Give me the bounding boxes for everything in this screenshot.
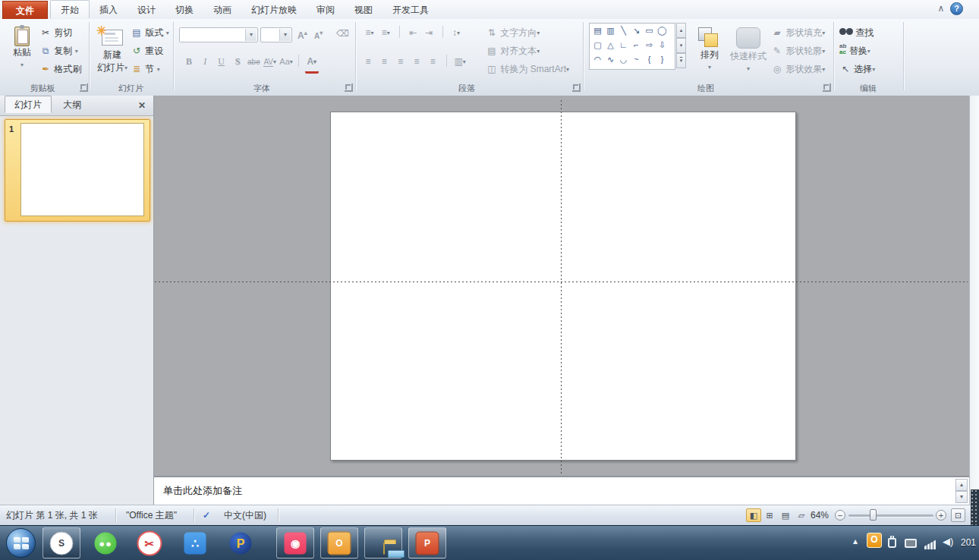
notes-scroll-up-icon[interactable]: ▴ (955, 479, 968, 491)
columns-button[interactable]: ▥▾ (453, 54, 467, 69)
layout-button[interactable]: ▤ 版式 ▾ (131, 24, 169, 41)
tab-outline-pane[interactable]: 大纲 (54, 96, 90, 114)
font-name-combobox[interactable]: ▾ (179, 27, 258, 42)
shapes-gallery[interactable]: ▤▥╲↘▭◯ ▢△∟⌐⇨⇩ ◠∿◡~{} (589, 23, 675, 70)
numbering-button[interactable]: ≡▾ (379, 25, 392, 40)
chevron-down-icon[interactable]: ▾ (245, 29, 257, 41)
editing-area[interactable] (154, 96, 969, 476)
new-slide-button[interactable]: ✳ 新建 幻灯片▾ (94, 23, 131, 83)
bold-button[interactable]: B (182, 54, 196, 69)
text-direction-button[interactable]: ⇅ 文字方向▾ (486, 24, 540, 41)
language-status[interactable]: 中文(中国) (224, 505, 266, 525)
clear-formatting-button[interactable]: ⌫ (336, 25, 348, 42)
shape-line-icon[interactable]: ╲ (617, 24, 630, 38)
taskbar-pptv-button[interactable]: P (222, 527, 260, 558)
shape-triangle-icon[interactable]: △ (604, 38, 617, 52)
normal-view-button[interactable]: ◧ (746, 508, 761, 522)
slide-thumbnail[interactable] (20, 123, 144, 216)
slide-thumbnail-selected[interactable]: 1 (5, 119, 150, 222)
help-icon[interactable]: ? (950, 2, 963, 15)
align-center-button[interactable]: ≡ (377, 54, 391, 69)
tab-animations[interactable]: 动画 (203, 1, 241, 19)
tab-slideshow[interactable]: 幻灯片放映 (241, 1, 307, 19)
taskbar-baidu-netdisk-button[interactable]: ∴ (176, 527, 214, 558)
font-color-button[interactable]: A▾ (305, 56, 319, 74)
section-button[interactable]: ≣ 节 ▾ (131, 61, 160, 77)
paragraph-dialog-launcher[interactable] (572, 83, 581, 92)
format-painter-button[interactable]: ✒ 格式刷 (39, 61, 81, 77)
quick-styles-button[interactable]: 快速样式 ▾ (727, 23, 770, 83)
shape-oval-icon[interactable]: ◯ (656, 24, 669, 38)
arrange-button[interactable]: 排列 ▾ (692, 23, 727, 83)
theme-status[interactable]: "Office 主题" (126, 505, 177, 525)
tray-outlook-icon[interactable]: O (867, 533, 882, 548)
vertical-scrollbar[interactable] (969, 96, 979, 505)
shape-right-arrow-icon[interactable]: ⇨ (643, 38, 656, 52)
tab-slides-pane[interactable]: 幻灯片 (5, 96, 52, 113)
font-size-combobox[interactable]: ▾ (260, 27, 292, 42)
tray-signal-icon[interactable] (924, 540, 937, 549)
select-button[interactable]: ↖ 选择▾ (839, 61, 875, 77)
shape-rounded-rect-icon[interactable]: ▢ (591, 38, 604, 52)
strikethrough-button[interactable]: abe (247, 55, 260, 70)
font-dialog-launcher[interactable] (345, 83, 353, 92)
paste-dropdown-icon[interactable]: ▾ (20, 61, 24, 68)
clipboard-dialog-launcher[interactable] (80, 83, 88, 92)
taskbar-explorer-button[interactable] (364, 527, 402, 558)
shrink-font-button[interactable]: A▾ (314, 25, 323, 42)
grow-font-button[interactable]: A▴ (297, 25, 307, 42)
decrease-indent-button[interactable]: ⇤ (406, 25, 420, 40)
find-button[interactable]: 查找 (839, 24, 874, 41)
shape-outline-button[interactable]: ✎ 形状轮廓▾ (771, 42, 825, 59)
align-left-button[interactable]: ≡ (361, 54, 375, 69)
taskbar-outlook-button[interactable]: O (320, 527, 358, 558)
tab-review[interactable]: 审阅 (307, 1, 345, 19)
slideshow-view-button[interactable]: ▱ (794, 508, 809, 522)
paste-button[interactable]: 粘贴 ▾ (6, 23, 38, 83)
shape-vertical-textbox-icon[interactable]: ▥ (604, 24, 617, 38)
show-hidden-icons-button[interactable]: ▴ (853, 536, 858, 546)
italic-button[interactable]: I (198, 54, 212, 69)
slide-count-status[interactable]: 幻灯片 第 1 张, 共 1 张 (6, 505, 98, 525)
fit-slide-to-window-button[interactable]: ⊡ (951, 508, 965, 522)
zoom-in-button[interactable]: + (936, 510, 946, 521)
tray-clock[interactable]: 201 (961, 537, 976, 548)
shape-scribble-icon[interactable]: ∿ (604, 52, 617, 67)
shapes-scroll-down-icon[interactable]: ▾ (676, 38, 686, 53)
shape-freeform-icon[interactable]: ◠ (591, 52, 604, 67)
taskbar-screenshot-button[interactable]: ✂ (131, 527, 168, 558)
underline-button[interactable]: U (215, 54, 228, 69)
collapse-ribbon-icon[interactable]: ∧ (935, 3, 947, 14)
vertical-guide[interactable] (561, 100, 562, 475)
tab-design[interactable]: 设计 (127, 1, 165, 19)
reset-button[interactable]: ↺ 重设 (131, 42, 163, 59)
taskbar-camera-app-button[interactable]: ◉ (276, 527, 314, 558)
start-button[interactable] (6, 528, 36, 558)
zoom-level[interactable]: 64% (811, 505, 829, 525)
shape-arc-icon[interactable]: ◡ (617, 52, 630, 67)
shape-textbox-icon[interactable]: ▤ (591, 24, 604, 38)
file-tab[interactable]: 文件 (2, 1, 48, 19)
convert-smartart-button[interactable]: ◫ 转换为 SmartArt▾ (486, 61, 569, 77)
window-resize-grip[interactable] (971, 489, 979, 525)
bullets-button[interactable]: ≡▾ (363, 25, 376, 40)
zoom-out-button[interactable]: − (835, 510, 845, 521)
notes-pane[interactable]: 单击此处添加备注 ▴ ▾ (154, 476, 969, 505)
shape-elbow-icon[interactable]: ∟ (617, 38, 630, 52)
justify-button[interactable]: ≡ (410, 54, 423, 69)
reading-view-button[interactable]: ▤ (778, 508, 793, 522)
tray-network-icon[interactable] (905, 539, 917, 548)
copy-dropdown-icon[interactable]: ▾ (75, 48, 78, 55)
text-shadow-button[interactable]: S (231, 54, 244, 69)
shape-fill-button[interactable]: ▰ 形状填充▾ (771, 24, 825, 41)
tab-insert[interactable]: 插入 (90, 1, 127, 19)
tab-transitions[interactable]: 切换 (165, 1, 203, 19)
taskbar-sogou-button[interactable]: S (42, 527, 80, 558)
notes-scroll-down-icon[interactable]: ▾ (955, 491, 968, 503)
chevron-down-icon[interactable]: ▾ (279, 29, 291, 41)
replace-button[interactable]: abac 替换▾ (839, 42, 870, 59)
shapes-more-icon[interactable]: ▾ (676, 53, 686, 68)
character-spacing-button[interactable]: AV▾ (263, 55, 277, 70)
slide-canvas[interactable] (330, 112, 796, 461)
drawing-dialog-launcher[interactable] (823, 83, 831, 92)
